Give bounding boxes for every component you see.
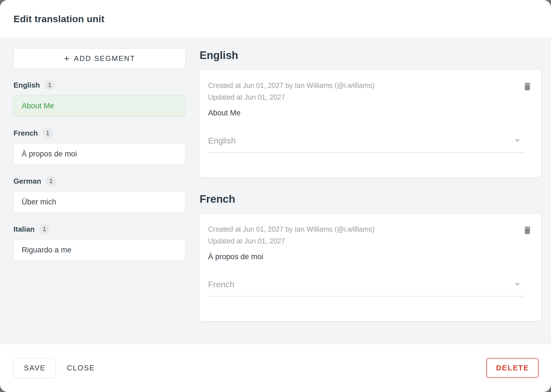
language-label-row: Italian 1	[13, 224, 186, 234]
updated-at-text: Updated at Jun 01, 2027	[208, 235, 533, 247]
trash-icon	[522, 81, 532, 92]
detail-card-french: Created at Jun 01, 2027 by Ian Williams …	[200, 214, 541, 321]
language-group-german: German 1 Über mich	[13, 176, 186, 213]
close-button[interactable]: CLOSE	[60, 358, 101, 378]
detail-heading-english: English	[200, 49, 541, 61]
dialog-footer: SAVE CLOSE DELETE	[0, 344, 551, 392]
segment-count-badge: 1	[39, 224, 50, 234]
language-group-french: French 1 À propos de moi	[13, 128, 186, 165]
language-group-english: English 1 About Me	[13, 80, 186, 117]
detail-card-english: Created at Jun 01, 2027 by Ian Williams …	[200, 70, 541, 177]
segment-text: Über mich	[22, 198, 56, 206]
dialog-header: Edit translation unit	[0, 0, 551, 38]
segment-text: À propos de moi	[22, 150, 77, 158]
segment-content-text: About Me	[208, 109, 533, 117]
segment-count-badge: 1	[44, 80, 55, 90]
add-segment-button[interactable]: + ADD SEGMENT	[13, 48, 186, 69]
segment-item-italian[interactable]: Riguardo a me	[13, 239, 186, 261]
delete-button[interactable]: DELETE	[486, 358, 539, 378]
detail-heading-french: French	[200, 193, 541, 205]
add-segment-label: ADD SEGMENT	[74, 54, 135, 63]
updated-at-text: Updated at Jun 01, 2027	[208, 91, 533, 103]
language-label: French	[13, 129, 38, 138]
chevron-down-icon	[515, 283, 520, 286]
language-label: Italian	[13, 225, 35, 234]
plus-icon: +	[64, 54, 69, 63]
created-at-text: Created at Jun 01, 2027 by Ian Williams …	[208, 223, 533, 235]
language-select[interactable]: English	[208, 136, 524, 153]
segment-count-badge: 1	[42, 128, 53, 138]
language-label: German	[13, 177, 41, 186]
chevron-down-icon	[515, 139, 520, 142]
dialog-body: + ADD SEGMENT English 1 About Me French …	[0, 38, 551, 344]
language-label-row: French 1	[13, 128, 186, 138]
trash-icon	[522, 225, 532, 235]
language-label: English	[13, 81, 40, 90]
segment-count-badge: 1	[46, 176, 56, 186]
delete-segment-button[interactable]	[521, 80, 534, 93]
segment-item-french[interactable]: À propos de moi	[13, 143, 186, 165]
delete-segment-button[interactable]	[521, 224, 534, 237]
segment-details-panel: English Created at Jun 01, 2027 by Ian W…	[200, 48, 541, 344]
language-label-row: English 1	[13, 80, 186, 90]
segments-sidebar: + ADD SEGMENT English 1 About Me French …	[13, 48, 186, 344]
language-select-value: English	[208, 136, 236, 145]
segment-content-text: À propos de moi	[208, 252, 533, 261]
segment-text: Riguardo a me	[22, 246, 71, 254]
segment-item-german[interactable]: Über mich	[13, 191, 186, 213]
language-group-italian: Italian 1 Riguardo a me	[13, 224, 186, 261]
created-at-text: Created at Jun 01, 2027 by Ian Williams …	[208, 79, 533, 91]
save-button[interactable]: SAVE	[13, 358, 56, 378]
language-label-row: German 1	[13, 176, 186, 186]
dialog-title: Edit translation unit	[13, 13, 104, 24]
language-select[interactable]: French	[208, 280, 524, 297]
segment-item-english[interactable]: About Me	[13, 95, 186, 117]
edit-translation-unit-dialog: Edit translation unit + ADD SEGMENT Engl…	[0, 0, 551, 392]
language-select-value: French	[208, 280, 234, 289]
segment-text: About Me	[22, 102, 54, 110]
